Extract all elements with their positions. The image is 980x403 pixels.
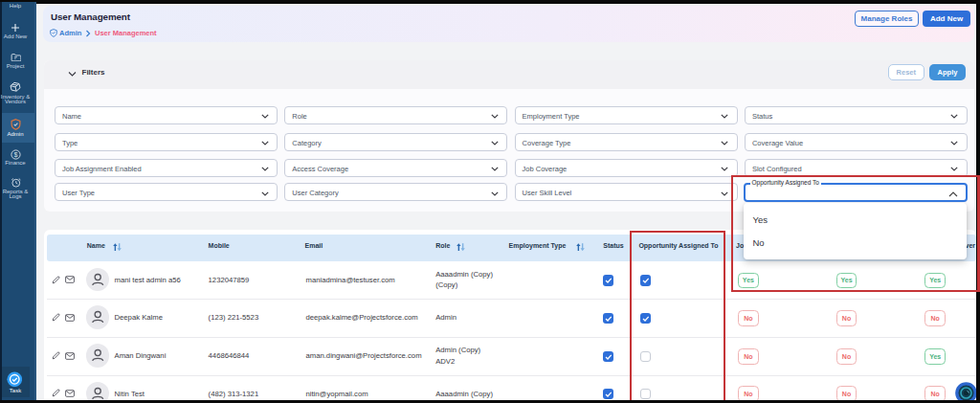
svg-text:$: $ [13, 151, 17, 158]
